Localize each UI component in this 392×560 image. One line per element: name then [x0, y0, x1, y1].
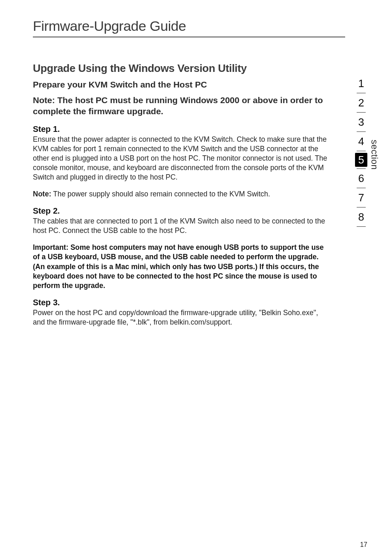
nav-item-1[interactable]: 1 — [358, 76, 364, 91]
section-label: section — [369, 140, 380, 170]
content-column: Upgrade Using the Windows Version Utilit… — [33, 62, 329, 327]
nav-item-4[interactable]: 4 — [358, 134, 364, 149]
note-text: The power supply should also remain conn… — [51, 190, 270, 198]
nav-item-5-active[interactable]: 5 — [355, 153, 367, 167]
nav-sep — [357, 188, 366, 188]
nav-sep — [357, 151, 366, 151]
nav-sep — [357, 168, 366, 169]
step-1-heading: Step 1. — [33, 124, 329, 134]
important-paragraph: Important: Some host computers may not h… — [33, 243, 329, 290]
nav-item-3[interactable]: 3 — [358, 114, 364, 130]
step-2-body: The cables that are connected to port 1 … — [33, 217, 329, 235]
title-rule — [33, 37, 345, 37]
nav-sep — [357, 131, 366, 132]
heading-upgrade-utility: Upgrade Using the Windows Version Utilit… — [33, 62, 329, 75]
step-3-heading: Step 3. — [33, 298, 329, 307]
note-power-supply: Note: The power supply should also remai… — [33, 189, 329, 199]
nav-item-8[interactable]: 8 — [358, 209, 364, 225]
nav-sep — [357, 93, 366, 93]
nav-sep — [357, 226, 366, 227]
heading-prepare: Prepare your KVM Switch and the Host PC — [33, 80, 329, 90]
note-label: Note: — [33, 190, 51, 198]
nav-item-6[interactable]: 6 — [358, 171, 364, 186]
page-number: 17 — [360, 541, 367, 548]
step-2-heading: Step 2. — [33, 206, 329, 216]
section-nav: 1 2 3 4 5 6 7 8 — [338, 76, 367, 228]
nav-item-2[interactable]: 2 — [358, 95, 364, 111]
nav-sep — [357, 207, 366, 207]
heading-note-host-pc: Note: The host PC must be running Window… — [33, 94, 329, 117]
nav-sep — [357, 112, 366, 113]
page-title: Firmware-Upgrade Guide — [33, 18, 367, 34]
step-3-body: Power on the host PC and copy/download t… — [33, 308, 329, 327]
step-1-body: Ensure that the power adapter is connect… — [33, 135, 329, 182]
nav-item-7[interactable]: 7 — [358, 190, 364, 205]
